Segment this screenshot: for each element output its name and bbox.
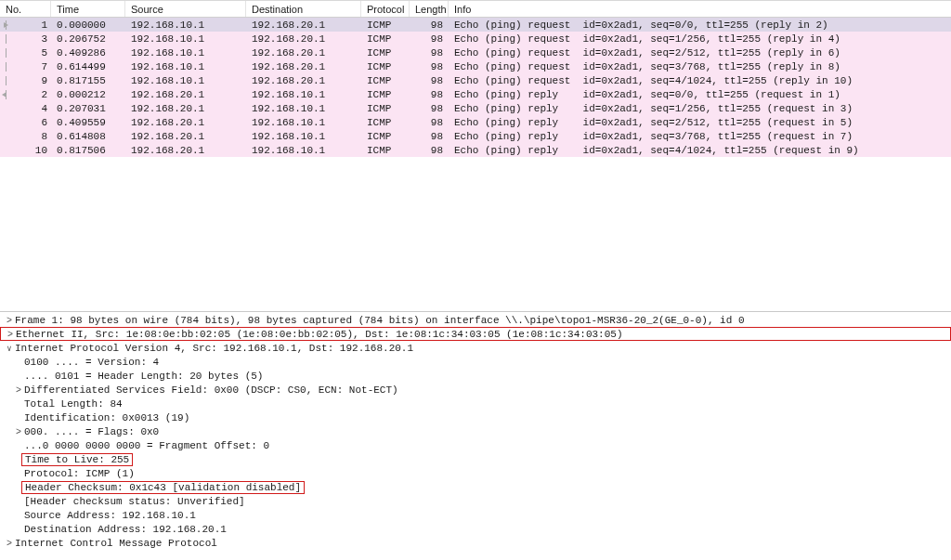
cell-protocol: ICMP — [361, 89, 410, 100]
col-header-no[interactable]: No. — [0, 1, 51, 17]
cell-length: 98 — [410, 33, 449, 45]
cell-source: 192.168.20.1 — [125, 131, 246, 142]
ip-ttl[interactable]: Time to Live: 255 — [0, 452, 951, 466]
packet-row[interactable]: 100.817506192.168.20.1192.168.10.1ICMP98… — [0, 143, 951, 157]
cell-time: 0.000212 — [51, 89, 125, 100]
cell-info: Echo (ping) reply id=0x2ad1, seq=0/0, tt… — [449, 89, 951, 100]
chevron-right-icon[interactable] — [13, 426, 24, 437]
cell-length: 98 — [410, 20, 449, 31]
ip-total-length[interactable]: Total Length: 84 — [0, 397, 951, 410]
col-header-time[interactable]: Time — [51, 1, 125, 17]
cell-time: 0.817506 — [51, 145, 125, 156]
cell-no: 1 — [0, 20, 51, 31]
ip-checksum-highlight: Header Checksum: 0x1c43 [validation disa… — [21, 481, 305, 494]
cell-time: 0.409559 — [51, 117, 125, 128]
ip-dsf[interactable]: Differentiated Services Field: 0x00 (DSC… — [0, 383, 951, 397]
ip-flags[interactable]: 000. .... = Flags: 0x0 — [0, 424, 951, 438]
ip-source-addr[interactable]: Source Address: 192.168.10.1 — [0, 508, 951, 522]
cell-time: 0.614808 — [51, 131, 125, 142]
chevron-right-icon[interactable] — [5, 329, 16, 340]
link-line-icon — [2, 48, 11, 58]
cell-info: Echo (ping) request id=0x2ad1, seq=2/512… — [449, 47, 951, 59]
cell-no: 2 — [0, 89, 51, 100]
tree-ethernet-label: Ethernet II, Src: 1e:08:0e:bb:02:05 (1e:… — [16, 329, 623, 340]
col-header-info[interactable]: Info — [449, 1, 951, 17]
cell-no: 8 — [0, 131, 51, 142]
cell-source: 192.168.20.1 — [125, 117, 246, 128]
cell-protocol: ICMP — [361, 33, 410, 45]
cell-time: 0.409286 — [51, 47, 125, 59]
cell-source: 192.168.10.1 — [125, 61, 246, 72]
packet-row[interactable]: 40.207031192.168.20.1192.168.10.1ICMP98E… — [0, 101, 951, 115]
cell-destination: 192.168.10.1 — [246, 89, 361, 100]
tree-frame-label: Frame 1: 98 bytes on wire (784 bits), 98… — [15, 315, 745, 326]
packet-row[interactable]: 70.614499192.168.10.1192.168.20.1ICMP98E… — [0, 59, 951, 73]
col-header-source[interactable]: Source — [125, 1, 246, 17]
tree-frame[interactable]: Frame 1: 98 bytes on wire (784 bits), 98… — [0, 313, 951, 327]
ip-checksum-status[interactable]: [Header checksum status: Unverified] — [0, 494, 951, 508]
cell-time: 0.206752 — [51, 33, 125, 45]
cell-time: 0.817155 — [51, 75, 125, 86]
cell-destination: 192.168.10.1 — [246, 117, 361, 128]
cell-length: 98 — [410, 145, 449, 156]
cell-protocol: ICMP — [361, 117, 410, 128]
cell-protocol: ICMP — [361, 75, 410, 86]
cell-destination: 192.168.20.1 — [246, 20, 361, 31]
cell-destination: 192.168.10.1 — [246, 131, 361, 142]
cell-info: Echo (ping) reply id=0x2ad1, seq=1/256, … — [449, 103, 951, 114]
packet-row[interactable]: 20.000212192.168.20.1192.168.10.1ICMP98E… — [0, 87, 951, 101]
cell-length: 98 — [410, 117, 449, 128]
cell-protocol: ICMP — [361, 131, 410, 142]
ip-checksum[interactable]: Header Checksum: 0x1c43 [validation disa… — [0, 480, 951, 494]
cell-info: Echo (ping) request id=0x2ad1, seq=1/256… — [449, 33, 951, 45]
cell-time: 0.207031 — [51, 103, 125, 114]
col-header-proto[interactable]: Protocol — [361, 1, 410, 17]
packet-details-pane[interactable]: Frame 1: 98 bytes on wire (784 bits), 98… — [0, 311, 951, 560]
packet-row[interactable]: 90.817155192.168.10.1192.168.20.1ICMP98E… — [0, 73, 951, 87]
cell-source: 192.168.20.1 — [125, 145, 246, 156]
cell-length: 98 — [410, 131, 449, 142]
packet-list[interactable]: No. Time Source Destination Protocol Len… — [0, 0, 951, 157]
ip-identification[interactable]: Identification: 0x0013 (19) — [0, 410, 951, 424]
cell-source: 192.168.10.1 — [125, 20, 246, 31]
cell-protocol: ICMP — [361, 61, 410, 72]
ip-fragment-offset[interactable]: ...0 0000 0000 0000 = Fragment Offset: 0 — [0, 438, 951, 452]
chevron-right-icon[interactable] — [4, 538, 15, 549]
cell-time: 0.000000 — [51, 20, 125, 31]
chevron-right-icon[interactable] — [13, 384, 24, 396]
chevron-right-icon[interactable] — [4, 315, 15, 326]
ip-destination-addr[interactable]: Destination Address: 192.168.20.1 — [0, 522, 951, 536]
chevron-down-icon[interactable] — [4, 343, 15, 354]
packet-row[interactable]: 10.000000192.168.10.1192.168.20.1ICMP98E… — [0, 18, 951, 32]
cell-length: 98 — [410, 61, 449, 72]
packet-row[interactable]: 80.614808192.168.20.1192.168.10.1ICMP98E… — [0, 129, 951, 143]
cell-protocol: ICMP — [361, 103, 410, 114]
cell-info: Echo (ping) request id=0x2ad1, seq=3/768… — [449, 61, 951, 72]
tree-icmp[interactable]: Internet Control Message Protocol — [0, 536, 951, 550]
cell-length: 98 — [410, 75, 449, 86]
ip-version[interactable]: 0100 .... = Version: 4 — [0, 355, 951, 369]
col-header-dest[interactable]: Destination — [246, 1, 361, 17]
packet-row[interactable]: 60.409559192.168.20.1192.168.10.1ICMP98E… — [0, 115, 951, 129]
packet-list-header[interactable]: No. Time Source Destination Protocol Len… — [0, 1, 951, 18]
ip-header-length[interactable]: .... 0101 = Header Length: 20 bytes (5) — [0, 369, 951, 383]
arrow-out-icon — [2, 20, 11, 30]
cell-no: 10 — [0, 145, 51, 156]
ip-protocol[interactable]: Protocol: ICMP (1) — [0, 466, 951, 480]
tree-ethernet[interactable]: Ethernet II, Src: 1e:08:0e:bb:02:05 (1e:… — [0, 327, 951, 341]
col-header-length[interactable]: Length — [410, 1, 449, 17]
packet-row[interactable]: 30.206752192.168.10.1192.168.20.1ICMP98E… — [0, 32, 951, 46]
arrow-in-icon — [2, 90, 11, 99]
cell-destination: 192.168.20.1 — [246, 75, 361, 86]
cell-protocol: ICMP — [361, 47, 410, 59]
link-line-icon — [2, 76, 11, 85]
cell-info: Echo (ping) request id=0x2ad1, seq=4/102… — [449, 75, 951, 86]
cell-length: 98 — [410, 89, 449, 100]
packet-row[interactable]: 50.409286192.168.10.1192.168.20.1ICMP98E… — [0, 46, 951, 59]
cell-info: Echo (ping) reply id=0x2ad1, seq=2/512, … — [449, 117, 951, 128]
tree-ip[interactable]: Internet Protocol Version 4, Src: 192.16… — [0, 341, 951, 355]
cell-no: 5 — [0, 47, 51, 59]
link-line-icon — [2, 62, 11, 72]
cell-source: 192.168.10.1 — [125, 47, 246, 59]
link-line-icon — [2, 34, 11, 44]
